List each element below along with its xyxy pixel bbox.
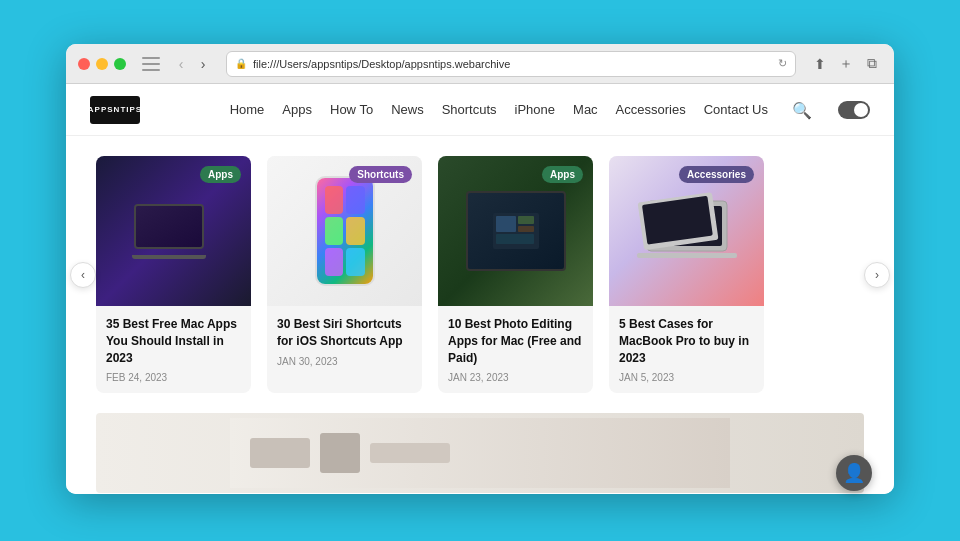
nav-link-shortcuts[interactable]: Shortcuts [442,102,497,117]
card-info-4: 5 Best Cases for MacBook Pro to buy in 2… [609,306,764,393]
lock-icon: 🔒 [235,58,247,69]
nav-link-home[interactable]: Home [230,102,265,117]
nav-link-howto[interactable]: How To [330,102,373,117]
browser-window: ‹ › 🔒 file:///Users/appsntips/Desktop/ap… [66,44,894,494]
carousel-next-button[interactable]: › [864,262,890,288]
svg-rect-4 [496,234,534,244]
card-title-1: 35 Best Free Mac Apps You Should Install… [106,316,241,366]
new-tab-button[interactable]: ＋ [836,54,856,74]
card-date-3: JAN 23, 2023 [448,372,583,383]
svg-rect-2 [518,216,534,224]
card-image-1: Apps [96,156,251,306]
fullscreen-button[interactable] [114,58,126,70]
user-icon: 👤 [843,462,865,484]
sidebar-toggle-button[interactable] [142,57,160,71]
svg-rect-13 [370,443,450,463]
article-card-1[interactable]: Apps 35 Best Free Mac Apps You Should In… [96,156,251,393]
card-info-2: 30 Best Siri Shortcuts for iOS Shortcuts… [267,306,422,377]
card-title-3: 10 Best Photo Editing Apps for Mac (Free… [448,316,583,366]
address-text: file:///Users/appsntips/Desktop/appsntip… [253,58,772,70]
site-nav-links: Home Apps How To News Shortcuts iPhone M… [230,101,870,119]
bottom-image-strip [96,413,864,493]
card-image-2: Shortcuts [267,156,422,306]
card-date-1: FEB 24, 2023 [106,372,241,383]
card-title-4: 5 Best Cases for MacBook Pro to buy in 2… [619,316,754,366]
carousel-prev-button[interactable]: ‹ [70,262,96,288]
nav-link-iphone[interactable]: iPhone [515,102,555,117]
svg-rect-7 [637,253,737,258]
card-badge-3: Apps [542,166,583,183]
article-card-2[interactable]: Shortcuts 30 Best Siri Shortcuts for iOS… [267,156,422,393]
article-card-3[interactable]: Apps 10 Best Photo Editing Apps for Mac … [438,156,593,393]
nav-link-news[interactable]: News [391,102,424,117]
laptop-illustration [134,204,214,259]
card-title-2: 30 Best Siri Shortcuts for iOS Shortcuts… [277,316,412,350]
back-button[interactable]: ‹ [172,55,190,73]
card-date-2: JAN 30, 2023 [277,356,412,367]
refresh-icon[interactable]: ↻ [778,57,787,70]
site-nav: APPSNTIPS Home Apps How To News Shortcut… [66,84,894,136]
card-info-3: 10 Best Photo Editing Apps for Mac (Free… [438,306,593,393]
card-badge-1: Apps [200,166,241,183]
minimize-button[interactable] [96,58,108,70]
card-image-3: Apps [438,156,593,306]
share-button[interactable]: ⬆ [810,54,830,74]
mac-illustration [466,191,566,271]
bottom-illustration [230,418,730,488]
site-logo[interactable]: APPSNTIPS [90,96,140,124]
nav-link-contactus[interactable]: Contact Us [704,102,768,117]
avatar-button[interactable]: 👤 [836,455,872,491]
card-date-4: JAN 5, 2023 [619,372,754,383]
svg-rect-3 [518,226,534,232]
carousel-track: Apps 35 Best Free Mac Apps You Should In… [96,156,864,393]
phone-illustration [315,176,375,286]
macbook-illustration [632,191,742,271]
card-image-4: Accessories [609,156,764,306]
article-carousel: ‹ Apps 35 Best Free Mac App [66,136,894,413]
address-bar[interactable]: 🔒 file:///Users/appsntips/Desktop/appsnt… [226,51,796,77]
article-card-4[interactable]: Accessories 5 Best Cases for MacBook Pro… [609,156,764,393]
card-badge-4: Accessories [679,166,754,183]
nav-link-apps[interactable]: Apps [282,102,312,117]
close-button[interactable] [78,58,90,70]
traffic-lights [78,58,126,70]
svg-rect-11 [250,438,310,468]
nav-link-mac[interactable]: Mac [573,102,598,117]
nav-link-accessories[interactable]: Accessories [616,102,686,117]
browser-titlebar: ‹ › 🔒 file:///Users/appsntips/Desktop/ap… [66,44,894,84]
card-badge-2: Shortcuts [349,166,412,183]
site-logo-text: APPSNTIPS [88,105,142,114]
nav-arrows: ‹ › [172,55,212,73]
svg-rect-12 [320,433,360,473]
tabs-button[interactable]: ⧉ [862,54,882,74]
toolbar-actions: ⬆ ＋ ⧉ [810,54,882,74]
search-icon[interactable]: 🔍 [792,101,810,119]
card-info-1: 35 Best Free Mac Apps You Should Install… [96,306,251,393]
dark-mode-toggle[interactable] [838,101,870,119]
forward-button[interactable]: › [194,55,212,73]
site-content: APPSNTIPS Home Apps How To News Shortcut… [66,84,894,494]
svg-rect-1 [496,216,516,232]
